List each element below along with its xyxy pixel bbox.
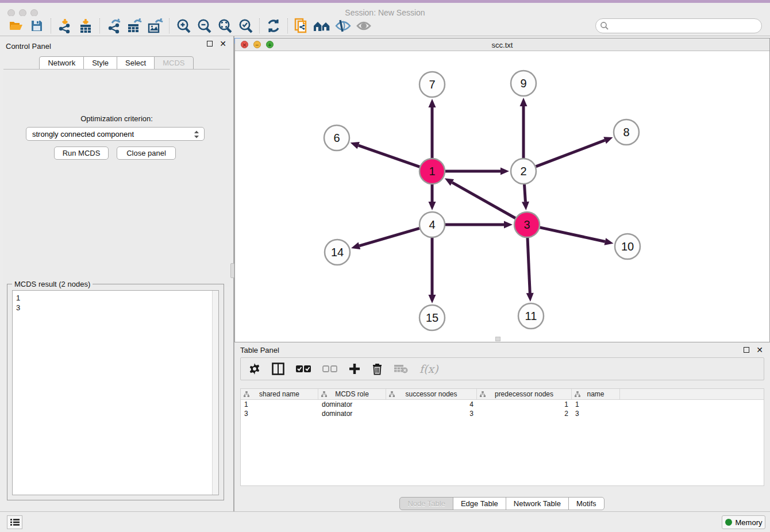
deselect-all-rows-icon[interactable] — [322, 365, 337, 373]
function-builder-icon[interactable]: f(x) — [419, 363, 438, 375]
table-tab-motifs[interactable]: Motifs — [568, 497, 605, 510]
first-neighbors-icon[interactable] — [312, 17, 333, 35]
table-cell[interactable]: 1 — [477, 400, 572, 409]
memory-label: Memory — [736, 518, 763, 527]
close-panel-icon[interactable]: ✕ — [220, 41, 226, 47]
edge-3-11[interactable] — [526, 238, 534, 302]
run-mcds-button[interactable]: Run MCDS — [54, 147, 109, 160]
table-toolbar: f(x) — [240, 357, 764, 380]
node-10[interactable]: 10 — [615, 234, 640, 259]
svg-text:10: 10 — [621, 240, 634, 253]
import-table-icon[interactable] — [75, 17, 96, 35]
node-2[interactable]: 2 — [511, 159, 536, 184]
zoom-out-icon[interactable] — [194, 17, 214, 35]
delete-table-icon[interactable] — [394, 364, 408, 373]
edge-1-7[interactable] — [429, 99, 436, 158]
zoom-selected-icon[interactable] — [235, 17, 256, 35]
mcds-panel-body — [3, 69, 230, 287]
search-input[interactable] — [595, 18, 762, 33]
network-bottom-grip[interactable] — [495, 337, 500, 341]
control-tab-select[interactable]: Select — [117, 56, 155, 70]
control-tab-mcds[interactable]: MCDS — [154, 56, 193, 70]
column-header-successor-nodes[interactable]: successor nodes — [386, 389, 477, 399]
table-cell[interactable]: 3 — [386, 409, 477, 418]
apply-layout-icon[interactable] — [263, 17, 284, 35]
hide-selected-eye-icon[interactable] — [333, 17, 353, 35]
table-cell[interactable]: 4 — [386, 400, 477, 409]
edge-4-14[interactable] — [351, 228, 419, 249]
clone-network-icon[interactable] — [291, 17, 312, 35]
add-column-icon[interactable] — [349, 363, 360, 375]
edge-4-3[interactable] — [445, 221, 513, 229]
node-9[interactable]: 9 — [511, 71, 536, 96]
export-table-icon[interactable] — [124, 17, 145, 35]
node-14[interactable]: 14 — [325, 240, 350, 265]
table-cell[interactable]: 1 — [572, 400, 620, 409]
task-history-button[interactable] — [7, 515, 22, 529]
node-table[interactable]: shared nameMCDS rolesuccessor nodesprede… — [240, 388, 764, 486]
column-header-predecessor-nodes[interactable]: predecessor nodes — [477, 389, 572, 399]
delete-columns-trash-icon[interactable] — [372, 363, 383, 375]
zoom-fit-icon[interactable] — [214, 17, 235, 35]
node-4[interactable]: 4 — [419, 212, 445, 237]
float-panel-icon[interactable] — [207, 41, 213, 47]
node-7[interactable]: 7 — [419, 72, 445, 97]
open-file-icon[interactable] — [6, 17, 26, 35]
control-tab-network[interactable]: Network — [39, 56, 84, 70]
node-1[interactable]: 1 — [419, 159, 445, 184]
table-cell[interactable]: 2 — [477, 409, 572, 418]
table-cell[interactable]: dominator — [318, 400, 386, 409]
edge-3-10[interactable] — [540, 228, 613, 245]
table-tab-node-table[interactable]: Node Table — [399, 497, 453, 510]
result-scrollbar[interactable] — [212, 291, 218, 495]
svg-text:2: 2 — [520, 165, 526, 178]
save-session-icon[interactable] — [26, 17, 47, 35]
table-settings-gear-icon[interactable] — [249, 363, 260, 375]
import-network-icon[interactable] — [55, 17, 75, 35]
export-network-icon[interactable] — [103, 17, 124, 35]
criterion-select[interactable]: strongly connected component — [26, 127, 205, 141]
control-tab-style[interactable]: Style — [83, 56, 117, 70]
table-cell[interactable]: 3 — [572, 409, 620, 418]
node-11[interactable]: 11 — [518, 303, 544, 329]
node-6[interactable]: 6 — [324, 125, 349, 151]
table-cell[interactable]: 1 — [241, 400, 318, 409]
network-canvas[interactable]: 7968124314101511 — [235, 51, 769, 342]
column-visibility-icon[interactable] — [272, 363, 284, 375]
network-window-titlebar[interactable]: ✕ − + scc.txt — [235, 38, 769, 51]
table-row[interactable]: 1dominator411 — [241, 400, 764, 409]
edge-1-4[interactable] — [429, 184, 436, 210]
show-all-eye-icon[interactable] — [353, 17, 374, 35]
export-image-icon[interactable] — [145, 17, 165, 35]
edge-2-9[interactable] — [520, 98, 528, 158]
node-15[interactable]: 15 — [419, 305, 445, 330]
edge-2-8[interactable] — [536, 137, 613, 167]
svg-text:11: 11 — [525, 310, 537, 322]
edge-1-2[interactable] — [445, 168, 509, 175]
svg-text:6: 6 — [333, 132, 340, 144]
table-cell[interactable]: 3 — [241, 409, 318, 418]
node-3[interactable]: 3 — [514, 212, 540, 237]
divider-grip[interactable] — [230, 263, 234, 278]
table-tab-edge-table[interactable]: Edge Table — [453, 497, 506, 510]
zoom-in-icon[interactable] — [173, 17, 194, 35]
edge-3-1[interactable] — [445, 178, 515, 218]
column-header-name[interactable]: name — [572, 389, 620, 399]
edge-4-15[interactable] — [429, 238, 436, 303]
select-all-rows-icon[interactable] — [296, 365, 311, 373]
memory-button[interactable]: Memory — [722, 515, 765, 529]
close-panel-icon[interactable]: ✕ — [756, 347, 763, 353]
column-header-shared-name[interactable]: shared name — [241, 389, 318, 399]
table-tab-network-table[interactable]: Network Table — [506, 497, 569, 510]
edge-2-3[interactable] — [522, 184, 529, 210]
column-header-MCDS-role[interactable]: MCDS role — [318, 389, 386, 399]
toolbar-separator — [169, 18, 170, 33]
table-row[interactable]: 3dominator323 — [241, 409, 764, 418]
node-8[interactable]: 8 — [614, 119, 639, 145]
toolbar-separator — [51, 18, 51, 33]
mcds-result-box[interactable]: 1 3 — [12, 290, 219, 495]
edge-1-6[interactable] — [351, 142, 420, 167]
float-panel-icon[interactable] — [744, 347, 749, 353]
close-panel-button[interactable]: Close panel — [117, 147, 176, 160]
table-cell[interactable]: dominator — [318, 409, 386, 418]
